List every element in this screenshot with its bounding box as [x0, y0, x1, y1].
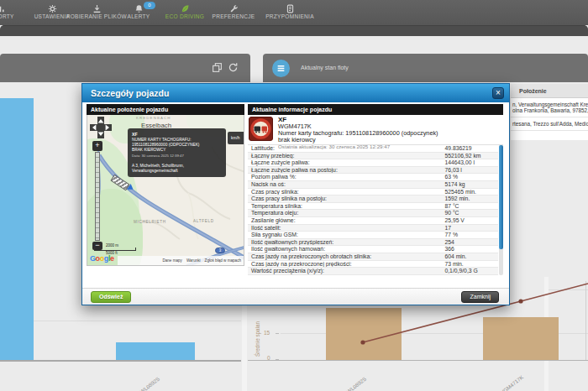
map-view[interactable]: KREDENBACH Esselbach MICHELRIETH ALTFELD	[87, 115, 244, 266]
table-row: Nacisk na oś: 5174 kg	[248, 181, 498, 189]
vehicle-info-table: Lattitude: 49.836219 Łączny przebieg: 55…	[248, 144, 503, 275]
dialog-body: Aktualne położenie pojazdu	[82, 102, 509, 288]
table-row: Łączne zużycie paliwa na postoju: 76,03 …	[248, 167, 498, 175]
note-icon	[254, 3, 326, 13]
table-row: Czas jazdy na przekroczonej prędkości: 7…	[248, 261, 498, 268]
vehicle-info-table-body: Lattitude: 49.836219 Łączny przebieg: 55…	[248, 145, 498, 275]
map-label-michelrieth: MICHELRIETH	[134, 220, 166, 224]
table-cell-label: Wartość przeciążenia (x/y/z):	[248, 268, 443, 274]
map-pan-control[interactable]	[90, 117, 112, 142]
table-cell-value: 254	[443, 239, 498, 246]
map-footer-link[interactable]: Warunki	[186, 258, 201, 263]
table-cell-label: Czas pracy silnika:	[248, 189, 443, 196]
table-row: Czas pracy silnika na postoju: 1592 min.	[248, 196, 498, 203]
tooltip-address: Verwaltungsgemeinschaft	[132, 169, 222, 174]
nav-item-przypomnienia[interactable]: PRZYPOMNIENIA	[254, 3, 326, 24]
table-row: Temperatura silnika: 87 °C	[248, 203, 498, 211]
table-cell-label: Poziom paliwa %:	[248, 174, 443, 180]
nav-item-label: PREFERENCJE	[213, 13, 255, 19]
table-cell-label: Czas jazdy na przekroczonej prędkości:	[248, 261, 443, 268]
tooltip-line: BRAK KIEROWCY	[132, 148, 222, 153]
nav-item-label: PRZYPOMNIENIA	[265, 13, 314, 19]
table-cell-value: 144643,00 l	[443, 159, 498, 166]
table-row: Ilość satelit: 17	[248, 225, 498, 232]
table-cell-label: Zasilanie główne:	[248, 217, 443, 224]
vehicle-details-dialog: Szczegóły pojazdu × Aktualne położenie p…	[81, 83, 510, 305]
table-cell-value: 90 °C	[443, 210, 498, 216]
nav-item-label: ECO DRIVING	[165, 13, 204, 19]
table-row: Siła sygnału GSM: 77 %	[248, 232, 498, 239]
table-row: Lattitude: 49.836219	[248, 145, 498, 153]
table-cell-value: 0,1/0,9/0,3 G	[443, 268, 498, 274]
zoom-in-button[interactable]: +	[92, 141, 102, 151]
tooltip-vehicle-model: XF	[132, 132, 222, 138]
map-label-altfeld: ALTFELD	[193, 219, 214, 223]
table-cell-label: Ilość gwałtownych hamowań:	[248, 246, 443, 253]
vehicle-model: XF	[278, 116, 503, 123]
table-cell-value: 5174 kg	[443, 181, 498, 188]
map-zoom-slider[interactable]: + −	[92, 141, 102, 252]
table-cell-value: 25,95 V	[443, 217, 498, 224]
table-cell-label: Siła sygnału GSM:	[248, 232, 443, 238]
table-cell-value: 552106,92 km	[443, 153, 498, 159]
google-logo[interactable]: Google	[90, 254, 114, 263]
section-header: Aktualne położenie pojazdu	[87, 104, 244, 115]
table-cell-label: Ilość satelit:	[248, 225, 443, 232]
speed-chip: km/h	[228, 132, 244, 144]
table-cell-label: Łączny przebieg:	[248, 153, 443, 159]
nav-item-label: RAPORTY	[0, 13, 14, 19]
close-button[interactable]: ×	[492, 87, 504, 99]
map-footer-links: Dane mapyWarunkiZgłoś błąd w mapach	[118, 256, 244, 265]
map-label-kredenbach: KREDENBACH	[136, 116, 171, 120]
table-cell-value: 73 min.	[443, 261, 498, 268]
close-dialog-button[interactable]: Zamknij	[461, 291, 499, 303]
vehicle-summary: XF WGM4717K Numer karty tachografu: 1951…	[248, 115, 503, 143]
table-cell-label: Ilość gwałtownych przyśpieszeń:	[248, 239, 443, 246]
table-cell-label: Czas pracy silnika na postoju:	[248, 196, 443, 202]
zoom-slider-track[interactable]	[95, 152, 100, 241]
table-cell-label: Łączne zużycie paliwa na postoju:	[248, 167, 443, 174]
table-cell-label: Nacisk na oś:	[248, 181, 443, 188]
table-row: Ilość gwałtownych hamowań: 366	[248, 246, 498, 253]
highway-shield: 3	[215, 248, 225, 253]
secondary-nav-strip	[0, 25, 588, 36]
table-scrollbar[interactable]	[499, 145, 503, 275]
table-row: Zasilanie główne: 25,95 V	[248, 217, 498, 225]
table-cell-label: Temperatura oleju:	[248, 210, 443, 216]
table-cell-value: 604 min.	[443, 253, 498, 260]
tooltip-date: Data: 30 czerwca 2025 12:39:47	[132, 154, 222, 159]
close-icon: ×	[496, 88, 501, 97]
current-info-section: Aktualne informacje pojazdu XF WG	[248, 104, 503, 275]
table-row: Czas jazdy na przekroczonych obrotach si…	[248, 253, 498, 261]
table-row: Wartość przeciążenia (x/y/z): 0,1/0,9/0,…	[248, 268, 498, 275]
table-row: Łączne zużycie paliwa: 144643,00 l	[248, 159, 498, 167]
table-cell-label: Temperatura silnika:	[248, 203, 443, 210]
table-row: Ilość gwałtownych przyśpieszeń: 254	[248, 239, 498, 247]
app-screen: RAPORTY USTAWIENIA POBIERANIE PLIKÓW 0 A…	[0, 0, 588, 391]
scrollbar-thumb[interactable]	[499, 145, 503, 249]
nav-item-label: ALERTY	[128, 13, 150, 19]
table-row: Poziom paliwa %: 63 %	[248, 174, 498, 181]
vehicle-driver-status: brak kierowcy	[278, 137, 503, 143]
table-row: Temperatura oleju: 90 °C	[248, 210, 498, 217]
map-scale: 2000 m 5000 ft	[94, 243, 136, 255]
dialog-title[interactable]: Szczegóły pojazdu	[82, 84, 509, 102]
table-cell-label: Czas jazdy na przekroczonych obrotach si…	[248, 253, 443, 260]
table-cell-value: 77 %	[443, 232, 498, 238]
map-footer-link[interactable]: Dane mapy	[162, 258, 182, 263]
table-cell-value: 49.836219	[443, 145, 498, 152]
table-row: Czas pracy silnika: 525465 min.	[248, 189, 498, 196]
refresh-button[interactable]: Odśwież	[91, 291, 131, 303]
table-cell-value: 1592 min.	[443, 196, 498, 202]
section-header: Aktualne informacje pojazdu	[248, 104, 503, 115]
current-location-section: Aktualne położenie pojazdu	[87, 104, 244, 266]
dialog-footer: Odśwież Zamknij	[82, 288, 509, 305]
table-cell-value: 76,03 l	[443, 167, 498, 174]
map-footer-link[interactable]: Zgłoś błąd w mapach	[205, 258, 241, 263]
table-cell-value: 366	[443, 246, 498, 253]
table-cell-value: 17	[443, 225, 498, 232]
table-cell-value: 63 %	[443, 174, 498, 180]
vehicle-map-tooltip: XF NUMER KARTY TACHOGRAFU: 1951108128960…	[128, 128, 226, 177]
top-navigation-bar: RAPORTY USTAWIENIA POBIERANIE PLIKÓW 0 A…	[0, 0, 588, 25]
table-row: Łączny przebieg: 552106,92 km	[248, 153, 498, 160]
